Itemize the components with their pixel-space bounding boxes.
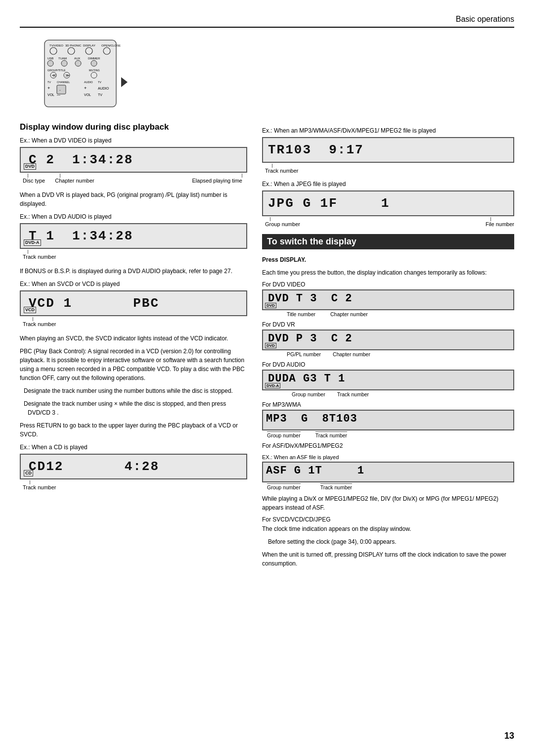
- for-svcd-vcd-cd-jpeg: For SVCD/VCD/CD/JPEG: [262, 516, 514, 523]
- left-section-title: Display window during disc playback: [20, 122, 247, 132]
- disc-type-label: Disc type: [23, 178, 45, 184]
- svg-text:AUDIO: AUDIO: [98, 87, 109, 90]
- dvd-audio-text: T 1 1:34:28: [29, 229, 133, 243]
- cd-track-label: Track number: [23, 484, 56, 490]
- mp3-track-label: Track number: [315, 431, 347, 438]
- for-asf-label: For ASF/DivX/MPEG1/MPEG2: [262, 442, 514, 449]
- press-display-text: Press DISPLAY.: [262, 255, 514, 264]
- svg-text:DIMMER: DIMMER: [88, 57, 100, 60]
- pbc-bullet-1: Designate the track number using the num…: [20, 386, 247, 395]
- mp3-display: TR103 9:17: [262, 137, 514, 163]
- dvd-audio-diagram: Ex.: When a DVD AUDIO is played DVD-A T …: [20, 213, 247, 260]
- svg-text:VOL: VOL: [47, 93, 54, 96]
- dvd-video-text: C 2 1:34:28: [29, 152, 133, 167]
- before-setting-text: Before setting the clock (page 34), 0:00…: [262, 537, 514, 546]
- svg-point-15: [75, 60, 81, 66]
- remote-svg: TV/VIDEO 3D PHONIC DISPLAY OPEN/CLOSE US…: [30, 38, 129, 114]
- svg-text:VOL: VOL: [84, 93, 91, 96]
- svcd-vcd-display: VCD VCD 1 PBC: [20, 290, 247, 316]
- svg-text:MUTING: MUTING: [89, 69, 100, 72]
- page-title: Basic operations: [456, 15, 514, 24]
- svg-marker-37: [121, 77, 128, 87]
- svg-text:TV: TV: [98, 93, 102, 96]
- cd-display: CD CD12 4:28: [20, 454, 247, 479]
- svg-text:DISPLAY: DISPLAY: [83, 44, 95, 47]
- svg-point-14: [61, 60, 67, 66]
- dvd-video-display: DVD C 2 1:34:28: [20, 147, 247, 173]
- cd-indicator: CD: [24, 470, 33, 476]
- svg-text:AUDIO: AUDIO: [84, 81, 93, 84]
- asf-group-label: Group number: [267, 483, 301, 490]
- svg-text:+: +: [47, 86, 50, 91]
- cd-diagram: Ex.: When a CD is played CD CD12 4:28 Tr…: [20, 444, 247, 490]
- mp3-text: TR103 9:17: [268, 142, 364, 157]
- switch-display-heading: To switch the display: [262, 234, 514, 249]
- pbc-bullet-2: Designate the track number using × while…: [20, 399, 247, 417]
- dvd-vr-ann-row: PG/PL number Chapter number: [262, 351, 514, 357]
- page: Basic operations TV/VIDEO 3D PHONIC DISP…: [0, 0, 534, 756]
- jpeg-diagram: Ex.: When a JPEG file is played JPG G 1F…: [262, 181, 514, 227]
- chapter-number-label: Chapter number: [55, 178, 94, 184]
- for-mp3-wma-label: For MP3/WMA: [262, 401, 514, 408]
- display-off-note: When the unit is turned off, pressing DI…: [262, 550, 514, 568]
- asf-ex-label: EX.: When an ASF file is played: [262, 454, 514, 460]
- jpeg-ex-label: Ex.: When a JPEG file is played: [262, 181, 514, 188]
- dvd-chapter-label: Chapter number: [330, 311, 368, 317]
- dvd-audio-ann-row: Group number Track number: [262, 391, 514, 397]
- dvda-track-label: Track number: [337, 391, 369, 397]
- mp3-group-label: Group number: [267, 431, 301, 438]
- dvd-audio-display: DVD-A T 1 1:34:28: [20, 223, 247, 249]
- svg-point-16: [91, 60, 97, 66]
- dvd-video-ann-row: Title number Chapter number: [262, 311, 514, 317]
- dvd-video-ex-label: Ex.: When a DVD VIDEO is played: [20, 137, 247, 144]
- pgpl-label: PG/PL number: [287, 351, 321, 357]
- svg-text:-: -: [59, 88, 61, 92]
- title-number-label: Title number: [287, 311, 315, 317]
- switch-dvd-vr-display: DVD DVD P 3 C 2: [262, 330, 514, 350]
- jpeg-group-label: Group number: [265, 221, 300, 227]
- switch-mp3-display: MP3 G 8T103: [262, 410, 514, 430]
- switch-dvd-video-text: DVD T 3 C 2: [268, 292, 352, 305]
- right-column: Ex.: When an MP3/WMA/ASF/DivX/MPEG1/ MPE…: [262, 122, 514, 572]
- svg-text:AUX: AUX: [74, 57, 80, 60]
- elapsed-time-label: Elapsed playing time: [192, 178, 242, 184]
- clock-text: The clock time indication appears on the…: [262, 524, 514, 533]
- vr-chapter-label: Chapter number: [333, 351, 370, 357]
- svcd-vcd-diagram: Ex.: When an SVCD or VCD is played VCD V…: [20, 281, 247, 327]
- dvd-badge: DVD: [265, 303, 276, 308]
- cd-text: CD12 4:28: [29, 459, 159, 474]
- svg-text:TV: TV: [98, 81, 101, 84]
- svg-text:TV/VIDEO: TV/VIDEO: [49, 44, 63, 47]
- for-dvd-vr-label: For DVD VR: [262, 321, 514, 328]
- jpeg-file-label: File number: [486, 221, 514, 227]
- divx-note: While playing a DivX or MPEG1/MPEG2 file…: [262, 494, 514, 512]
- svcd-vcd-ex-label: Ex.: When an SVCD or VCD is played: [20, 281, 247, 287]
- dvd-indicator: DVD: [24, 163, 36, 170]
- dvd-audio-track-label: Track number: [23, 254, 56, 260]
- jpeg-text: JPG G 1F 1: [268, 196, 390, 211]
- switch-dvd-audio-display: DVD-A DUDA G3 T 1: [262, 370, 514, 390]
- svg-text:—: —: [57, 93, 60, 96]
- svg-point-13: [47, 60, 53, 66]
- svg-text:OPEN/CLOSE: OPEN/CLOSE: [101, 44, 121, 47]
- pbc-text: PBC (Play Back Control): A signal record…: [20, 347, 247, 382]
- jpeg-display: JPG G 1F 1: [262, 190, 514, 216]
- switch-asf-text: ASF G 1T 1: [266, 465, 364, 477]
- switch-mp3-text: MP3 G 8T103: [266, 413, 357, 425]
- vcd-indicator: VCD: [24, 307, 36, 313]
- cd-ex-label: Ex.: When a CD is played: [20, 444, 247, 451]
- dvd-video-diagram: Ex.: When a DVD VIDEO is played DVD C 2 …: [20, 137, 247, 184]
- svg-text:≪: ≪: [52, 73, 56, 78]
- svg-text:3D PHONIC: 3D PHONIC: [65, 44, 82, 47]
- svcd-vcd-text: VCD 1 PBC: [29, 296, 159, 311]
- dvd-audio-ex-label: Ex.: When a DVD AUDIO is played: [20, 213, 247, 220]
- dvda-badge: DVD-A: [265, 383, 280, 388]
- page-number: 13: [504, 731, 514, 741]
- switch-asf-display: ASF G 1T 1: [262, 462, 514, 482]
- dvd-vr-badge: DVD: [265, 343, 276, 348]
- svg-text:CHANNEL: CHANNEL: [57, 81, 70, 84]
- for-dvd-audio-label: For DVD AUDIO: [262, 361, 514, 368]
- svcd-track-label: Track number: [23, 321, 56, 327]
- svg-text:+: +: [84, 86, 87, 91]
- dvd-audio-bonus-text: If BONUS or B.S.P. is displayed during a…: [20, 267, 247, 276]
